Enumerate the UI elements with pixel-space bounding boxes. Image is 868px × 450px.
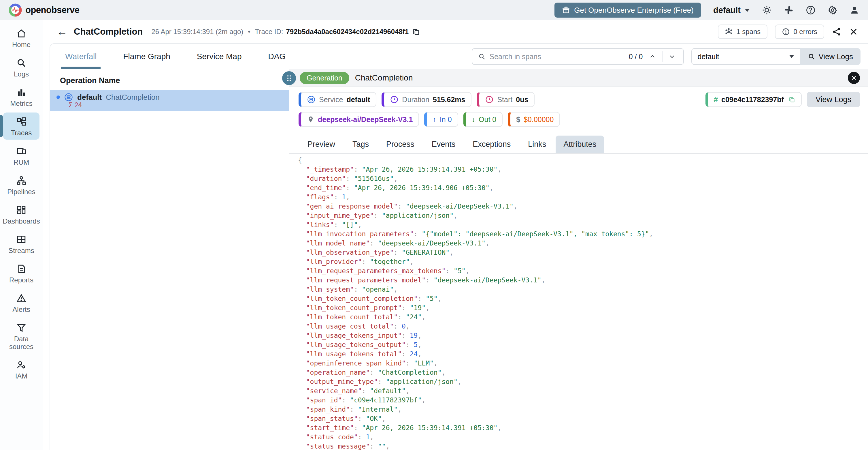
tab-preview[interactable]: Preview: [300, 136, 343, 153]
sidebar-item-metrics[interactable]: Metrics: [3, 83, 39, 110]
span-id-badge: # c09e4c11782397bf: [706, 92, 802, 107]
organization-value: default: [713, 5, 741, 15]
close-span-details-icon[interactable]: [848, 72, 860, 84]
sidebar-item-pipelines[interactable]: Pipelines: [3, 171, 39, 198]
tab-process[interactable]: Process: [378, 136, 422, 153]
json-attribute-line: "end_time": "Apr 26, 2026 15:39:14.906 +…: [298, 183, 868, 192]
errors-count-text: 0 errors: [793, 28, 817, 36]
span-status-dot: [57, 95, 60, 99]
sidebar-nav: Home Logs Metrics Traces RUM Pipelines D…: [0, 20, 43, 450]
document-icon: [16, 264, 27, 274]
search-divider: [662, 51, 662, 62]
cost-badge: $ $0.00000: [508, 112, 560, 127]
sidebar-item-reports[interactable]: Reports: [3, 260, 39, 287]
json-attribute-line: "llm_observation_type": "GENERATION",: [298, 248, 868, 257]
sidebar-item-alerts[interactable]: Alerts: [3, 289, 39, 316]
error-circle-icon: [782, 28, 790, 36]
json-attribute-line: "status_code": 1,: [298, 432, 868, 442]
share-icon[interactable]: [832, 27, 841, 37]
sidebar-item-traces[interactable]: Traces: [3, 113, 39, 140]
sidebar-item-iam[interactable]: IAM: [3, 356, 39, 383]
cost-value: $0.00000: [524, 115, 554, 124]
copy-span-id-icon[interactable]: [788, 96, 795, 103]
json-attribute-line: "service_name": "default",: [298, 386, 868, 395]
span-search-input[interactable]: [490, 53, 625, 61]
span-search-box: 0 / 0: [472, 48, 684, 65]
organization-dropdown[interactable]: default: [713, 5, 750, 15]
sidebar-item-home[interactable]: Home: [3, 24, 39, 51]
span-operation-name: ChatCompletion: [106, 93, 159, 102]
user-gear-icon: [16, 360, 27, 370]
tab-flame-graph[interactable]: Flame Graph: [123, 44, 170, 69]
stream-dropdown[interactable]: default: [691, 48, 800, 65]
gift-icon: [562, 6, 570, 14]
tab-dag[interactable]: DAG: [268, 44, 286, 69]
top-app-bar: openobserve Get OpenObserve Enterprise (…: [0, 0, 868, 20]
slack-icon[interactable]: [784, 5, 794, 15]
tab-attributes[interactable]: Attributes: [556, 136, 604, 153]
attributes-json-view: { "_timestamp": "Apr 26, 2026 15:39:14.3…: [289, 154, 868, 450]
search-icon: [16, 58, 27, 68]
topbar-actions: Get OpenObserve Enterprise (Free) defaul…: [554, 3, 859, 18]
json-attribute-line: "llm_system": "openai",: [298, 285, 868, 294]
logo-wordmark: openobserve: [25, 5, 79, 15]
waterfall-pane: Operation Name default ChatCompletion Σ …: [50, 69, 289, 450]
copy-trace-id-icon[interactable]: [412, 28, 420, 36]
tokens-out-badge: ↓ Out 0: [463, 112, 503, 127]
json-attribute-line: "llm_usage_tokens_input": 19,: [298, 331, 868, 340]
bar-chart-icon: [16, 87, 27, 97]
help-icon[interactable]: [806, 5, 815, 15]
tab-tags[interactable]: Tags: [345, 136, 377, 153]
filter-icon: [16, 322, 27, 333]
span-details-title: ChatCompletion: [355, 73, 413, 83]
span-details-panel: Generation ChatCompletion Service: [289, 69, 868, 450]
span-kind-badge: Generation: [300, 72, 349, 84]
view-logs-button-span[interactable]: View Logs: [807, 92, 860, 107]
stream-dropdown-value: default: [698, 53, 719, 61]
trace-header-bar: ← ChatCompletion 26 Apr 15:39:14:391 (2m…: [43, 20, 868, 43]
user-profile-icon[interactable]: [849, 5, 859, 15]
json-attribute-line: "gen_ai_response_model": "deepseek-ai/De…: [298, 202, 868, 211]
model-badge: deepseek-ai/DeepSeek-V3.1: [299, 112, 419, 127]
model-name: deepseek-ai/DeepSeek-V3.1: [318, 115, 413, 124]
prev-match-chevron-icon[interactable]: [647, 53, 658, 60]
sidebar-item-data-sources[interactable]: Data sources: [3, 318, 39, 354]
warning-icon: [16, 293, 27, 304]
drag-handle[interactable]: [282, 71, 296, 85]
search-match-counter: 0 / 0: [629, 53, 643, 61]
tab-exceptions[interactable]: Exceptions: [465, 136, 519, 153]
json-attribute-line: "llm_token_count_total": "24",: [298, 312, 868, 321]
dashboard-icon: [16, 205, 27, 215]
json-attribute-line: "llm_usage_tokens_total": 24,: [298, 349, 868, 359]
sidebar-item-streams[interactable]: Streams: [3, 230, 39, 257]
tab-links[interactable]: Links: [520, 136, 554, 153]
json-attribute-line: "start_time": "Apr 26, 2026 15:39:14.391…: [298, 423, 868, 432]
trace-title: ChatCompletion: [74, 27, 143, 37]
json-attribute-line: "flags": 1,: [298, 192, 868, 202]
view-logs-button-top[interactable]: View Logs: [800, 48, 861, 65]
json-attribute-line: "llm_invocation_parameters": "{"model": …: [298, 229, 868, 238]
get-enterprise-button[interactable]: Get OpenObserve Enterprise (Free): [554, 3, 701, 18]
next-match-chevron-icon[interactable]: [666, 53, 678, 60]
theme-toggle-icon[interactable]: [762, 5, 772, 15]
close-trace-icon[interactable]: [849, 27, 858, 36]
settings-gear-icon[interactable]: [828, 5, 837, 15]
span-row-chatcompletion[interactable]: default ChatCompletion Σ 24: [50, 90, 289, 111]
chevron-down-icon: [745, 9, 750, 12]
sidebar-item-rum[interactable]: RUM: [3, 142, 39, 169]
span-search-controls: 0 / 0 default: [472, 48, 861, 65]
sidebar-item-dashboards[interactable]: Dashboards: [3, 201, 39, 228]
clock-icon: [485, 95, 494, 104]
chevron-down-icon: [789, 55, 794, 58]
json-attribute-line: "duration": "515616us",: [298, 174, 868, 183]
service-circle-icon: [64, 92, 73, 102]
json-attribute-line: "llm_usage_cost_total": 0,: [298, 321, 868, 331]
json-attribute-line: "llm_token_count_prompt": "19",: [298, 303, 868, 312]
tab-service-map[interactable]: Service Map: [197, 44, 242, 69]
tab-events[interactable]: Events: [424, 136, 463, 153]
tab-waterfall[interactable]: Waterfall: [65, 44, 97, 69]
back-arrow-icon[interactable]: ←: [57, 26, 67, 37]
active-nav-indicator: [0, 115, 3, 138]
sidebar-item-logs[interactable]: Logs: [3, 54, 39, 81]
json-attribute-line: "span_kind": "Internal",: [298, 405, 868, 414]
